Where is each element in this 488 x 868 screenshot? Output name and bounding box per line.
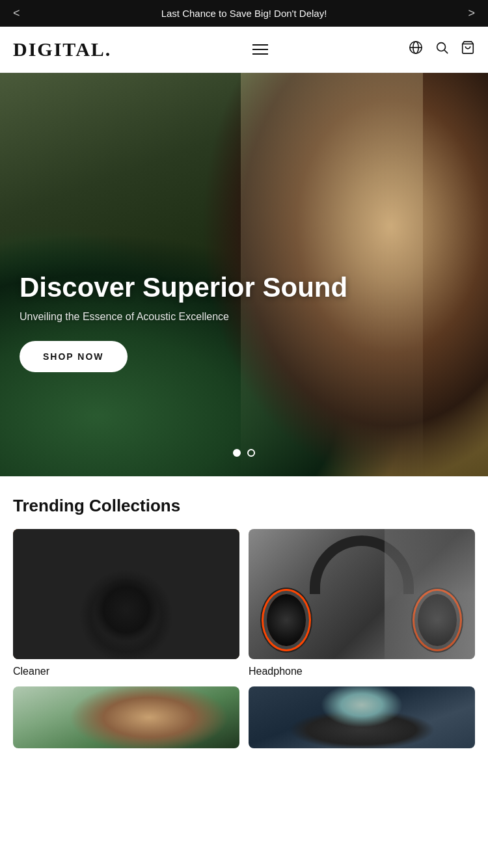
announcement-next[interactable]: > [468, 7, 475, 20]
headphone-img-bg [249, 529, 475, 659]
collection-grid-bottom [0, 677, 488, 748]
svg-line-4 [444, 50, 448, 53]
cleaner-img-bg [13, 529, 239, 659]
collection-grid-row2 [13, 686, 475, 748]
collection-card-3[interactable] [13, 686, 239, 748]
cart-icon[interactable] [461, 40, 475, 59]
card4-img-bg [249, 686, 475, 748]
cleaner-image [13, 529, 239, 659]
svg-point-3 [437, 43, 446, 51]
shop-now-button[interactable]: SHOP NOW [20, 341, 128, 372]
collection-grid: Cleaner Headphone [13, 529, 475, 677]
collection-card-cleaner[interactable]: Cleaner [13, 529, 239, 677]
hero-subtitle: Unveiling the Essence of Acoustic Excell… [20, 311, 468, 323]
headphone-label: Headphone [249, 666, 303, 677]
header: DIGITAL. [0, 27, 488, 73]
hero-dot-1[interactable] [233, 449, 241, 457]
trending-section: Trending Collections Cleaner [0, 476, 488, 677]
hero-slider: Discover Superior Sound Unveiling the Es… [0, 73, 488, 476]
collection-card-4[interactable] [249, 686, 475, 748]
hero-dot-2[interactable] [247, 449, 255, 457]
hero-title: Discover Superior Sound [20, 272, 468, 303]
announcement-prev[interactable]: < [13, 7, 20, 20]
card3-img-bg [13, 686, 239, 748]
hero-dots [233, 449, 255, 457]
headphone-image [249, 529, 475, 659]
card3-image [13, 686, 239, 748]
announcement-bar: < Last Chance to Save Big! Don't Delay! … [0, 0, 488, 27]
search-icon[interactable] [435, 40, 449, 59]
menu-button[interactable] [252, 44, 268, 55]
globe-icon[interactable] [409, 40, 423, 59]
header-icons [409, 40, 475, 59]
card4-image [249, 686, 475, 748]
trending-title: Trending Collections [13, 496, 475, 516]
collection-card-headphone[interactable]: Headphone [249, 529, 475, 677]
cleaner-label: Cleaner [13, 666, 49, 677]
hero-content: Discover Superior Sound Unveiling the Es… [20, 272, 468, 372]
announcement-text: Last Chance to Save Big! Don't Delay! [161, 8, 327, 19]
logo: DIGITAL. [13, 38, 111, 61]
